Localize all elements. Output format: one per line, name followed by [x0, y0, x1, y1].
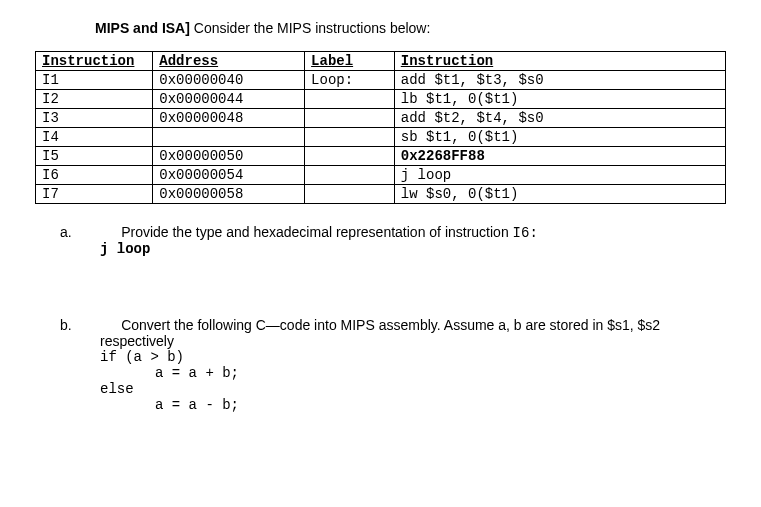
header-address: Address — [153, 52, 305, 71]
header-instruction: Instruction — [36, 52, 153, 71]
table-row: I6 0x00000054 j loop — [36, 166, 726, 185]
table-row: I5 0x00000050 0x2268FF88 — [36, 147, 726, 166]
question-b-code3: else — [100, 381, 726, 397]
table-header-row: Instruction Address Label Instruction — [36, 52, 726, 71]
instruction-table: Instruction Address Label Instruction I1… — [35, 51, 726, 204]
table-row: I1 0x00000040 Loop: add $t1, $t3, $s0 — [36, 71, 726, 90]
question-b-text: Convert the following C—code into MIPS a… — [121, 317, 660, 333]
question-a-text: Provide the type and hexadecimal represe… — [121, 224, 512, 240]
title-text: Consider the MIPS instructions below: — [194, 20, 431, 36]
question-b-label: b. — [60, 317, 90, 333]
header-label: Label — [305, 52, 395, 71]
title-bold: MIPS and ISA] — [95, 20, 190, 36]
table-row: I4 sb $t1, 0($t1) — [36, 128, 726, 147]
question-b-line1: respectively — [100, 333, 726, 349]
question-a-label: a. — [60, 224, 90, 240]
question-b: b. Convert the following C—code into MIP… — [60, 317, 726, 413]
question-b-code1: if (a > b) — [100, 349, 726, 365]
table-row: I7 0x00000058 lw $s0, 0($t1) — [36, 185, 726, 204]
header-instruction2: Instruction — [394, 52, 725, 71]
question-b-code4: a = a - b; — [155, 397, 726, 413]
question-a: a. Provide the type and hexadecimal repr… — [60, 224, 726, 257]
question-a-coderef: I6: — [513, 225, 538, 241]
problem-title: MIPS and ISA] Consider the MIPS instruct… — [35, 20, 726, 36]
table-row: I3 0x00000048 add $t2, $t4, $s0 — [36, 109, 726, 128]
table-row: I2 0x00000044 lb $t1, 0($t1) — [36, 90, 726, 109]
question-b-code2: a = a + b; — [155, 365, 726, 381]
question-a-code: j loop — [100, 241, 726, 257]
